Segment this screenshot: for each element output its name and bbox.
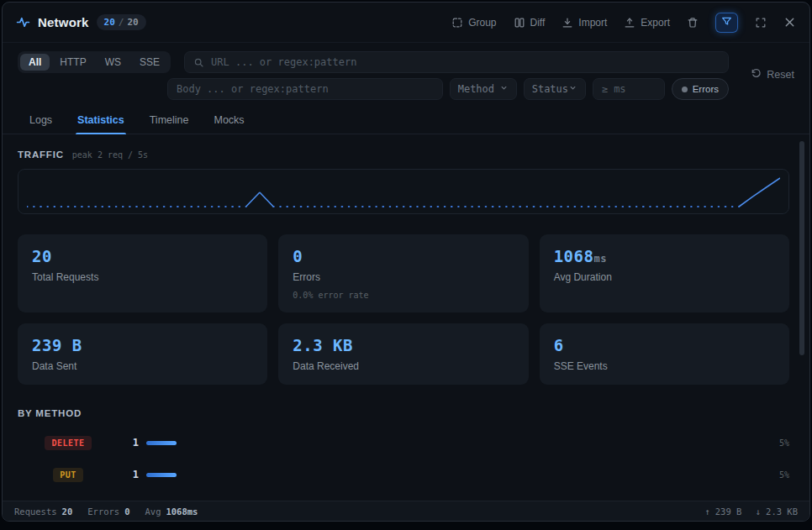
url-filter-input[interactable] (211, 56, 720, 68)
count-total: 20 (127, 17, 138, 28)
method-percent: 5% (754, 438, 789, 448)
errors-toggle-label: Errors (693, 84, 719, 94)
stat-label: SSE Events (554, 360, 775, 372)
stat-value: 20 (32, 247, 253, 265)
diff-button[interactable]: Diff (514, 17, 546, 29)
filter-row-1: All HTTP WS SSE (18, 51, 729, 73)
status-select-label: Status (532, 83, 568, 95)
chevron-down-icon (568, 83, 577, 95)
titlebar: Network 20 / 20 Group Diff Import E (3, 3, 809, 43)
stat-value: 239 B (32, 336, 253, 354)
traffic-section-header: TRAFFIC peak 2 req / 5s (18, 150, 789, 160)
import-label: Import (578, 17, 607, 29)
traffic-peak-label: peak 2 req / 5s (72, 150, 148, 160)
by-method-section-header: BY METHOD (18, 408, 789, 418)
stat-label: Data Received (293, 360, 514, 372)
statusbar: Requests20 Errors0 Avg1068ms ↑ 239 B ↓ 2… (3, 501, 809, 521)
network-devtools-window: Network 20 / 20 Group Diff Import E (2, 2, 810, 522)
stat-label: Avg Duration (554, 271, 775, 283)
stats-cards: 20 Total Requests 0 Errors 0.0% error ra… (18, 234, 789, 385)
body-filter-input[interactable] (177, 83, 434, 95)
filter-bar: All HTTP WS SSE Method Status (3, 43, 809, 107)
count-current: 20 (104, 17, 115, 28)
method-count: 1 (100, 437, 139, 449)
stat-number: 1068 (554, 247, 594, 265)
stat-number: 6 (554, 336, 564, 354)
stat-number: 2.3 KB (293, 336, 353, 354)
type-filter-ws[interactable]: WS (97, 54, 129, 71)
titlebar-left: Network 20 / 20 (16, 14, 146, 30)
activity-icon (16, 15, 30, 29)
stat-card-data-received: 2.3 KB Data Received (278, 323, 528, 385)
titlebar-actions: Group Diff Import Export (451, 13, 796, 33)
filter-row-2: Method Status Errors (167, 78, 729, 100)
bytes-received: ↓ 2.3 KB (755, 506, 798, 517)
request-count-badge: 20 / 20 (97, 14, 146, 30)
close-icon (783, 16, 796, 29)
tab-statistics[interactable]: Statistics (76, 107, 126, 134)
import-icon (562, 17, 573, 29)
errors-only-toggle[interactable]: Errors (672, 78, 729, 100)
requests-label: Requests (14, 506, 57, 517)
reset-label: Reset (767, 69, 794, 81)
statusbar-right: ↑ 239 B ↓ 2.3 KB (704, 506, 798, 517)
errors-dot-icon (682, 87, 688, 92)
chevron-down-icon (499, 83, 509, 95)
stat-card-sse-events: 6 SSE Events (540, 323, 789, 385)
reset-button[interactable]: Reset (751, 68, 794, 81)
type-filter-sse[interactable]: SSE (131, 54, 168, 71)
min-duration-input[interactable] (602, 83, 656, 95)
diff-label: Diff (530, 17, 546, 29)
expand-button[interactable] (755, 17, 767, 29)
group-icon (451, 17, 463, 29)
type-filter-segmented: All HTTP WS SSE (18, 51, 171, 73)
method-row-delete: DELETE 1 5% (18, 432, 789, 454)
method-row-put: PUT 1 5% (18, 464, 789, 485)
bytes-sent: ↑ 239 B (704, 506, 741, 517)
stat-suffix: ms (593, 253, 606, 265)
trash-icon (687, 17, 699, 29)
type-filter-http[interactable]: HTTP (51, 54, 94, 71)
tab-timeline[interactable]: Timeline (148, 107, 191, 134)
method-badge-put: PUT (53, 468, 83, 482)
stat-value: 0 (293, 247, 514, 265)
stat-card-total-requests: 20 Total Requests (18, 234, 267, 312)
tab-logs[interactable]: Logs (28, 107, 54, 134)
min-duration-box (593, 78, 665, 100)
traffic-title: TRAFFIC (18, 150, 64, 160)
import-button[interactable]: Import (562, 17, 607, 29)
method-select[interactable]: Method (450, 78, 517, 100)
group-button[interactable]: Group (451, 17, 496, 29)
status-select[interactable]: Status (524, 78, 586, 100)
funnel-icon (721, 16, 732, 29)
traffic-sparkline (18, 169, 789, 214)
close-button[interactable] (783, 16, 796, 29)
scrollbar-thumb[interactable] (799, 141, 804, 355)
stat-card-data-sent: 239 B Data Sent (18, 323, 267, 385)
view-tabs: Logs Statistics Timeline Mocks (3, 107, 809, 134)
diff-icon (514, 17, 525, 29)
by-method-title: BY METHOD (18, 408, 82, 418)
export-button[interactable]: Export (624, 17, 670, 29)
method-breakdown-list: DELETE 1 5% PUT 1 5% (18, 432, 789, 485)
stat-label: Total Requests (32, 271, 253, 283)
stat-card-errors: 0 Errors 0.0% error rate (278, 234, 528, 312)
filter-toggle-button[interactable] (715, 13, 738, 33)
method-select-label: Method (458, 83, 494, 95)
url-filter-box (184, 51, 729, 73)
method-bar-track (146, 441, 754, 445)
statistics-panel: TRAFFIC peak 2 req / 5s 20 Total Request… (3, 134, 809, 501)
fullscreen-icon (755, 17, 767, 29)
stat-number: 0 (293, 247, 303, 265)
requests-value: 20 (62, 506, 73, 517)
clear-button[interactable] (687, 17, 699, 29)
type-filter-all[interactable]: All (20, 54, 50, 71)
stat-number: 20 (32, 247, 52, 265)
group-label: Group (468, 17, 496, 29)
tab-mocks[interactable]: Mocks (212, 107, 245, 134)
stat-sublabel: 0.0% error rate (293, 291, 514, 300)
method-bar-track (146, 473, 754, 477)
avg-value: 1068ms (166, 506, 198, 517)
export-label: Export (641, 17, 670, 29)
search-icon (193, 57, 204, 68)
